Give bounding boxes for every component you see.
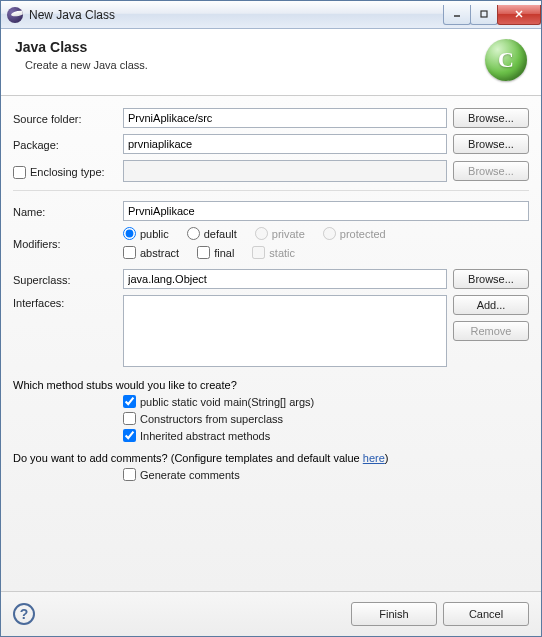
- modifier-final-checkbox[interactable]: final: [197, 246, 234, 259]
- window-title: New Java Class: [29, 8, 444, 22]
- class-icon: C: [485, 39, 527, 81]
- interfaces-label: Interfaces:: [13, 295, 123, 309]
- modifier-private-radio: private: [255, 227, 305, 240]
- modifiers-label: Modifiers:: [13, 236, 123, 250]
- dialog-footer: ? Finish Cancel: [1, 591, 541, 636]
- help-icon[interactable]: ?: [13, 603, 35, 625]
- close-button[interactable]: [497, 5, 541, 25]
- source-folder-label: Source folder:: [13, 111, 123, 125]
- name-label: Name:: [13, 204, 123, 218]
- superclass-input[interactable]: [123, 269, 447, 289]
- stub-main-checkbox[interactable]: public static void main(String[] args): [123, 395, 529, 408]
- modifier-default-radio[interactable]: default: [187, 227, 237, 240]
- header-title: Java Class: [15, 39, 485, 55]
- package-browse-button[interactable]: Browse...: [453, 134, 529, 154]
- superclass-label: Superclass:: [13, 272, 123, 286]
- source-folder-input[interactable]: [123, 108, 447, 128]
- separator: [13, 190, 529, 191]
- enclosing-type-input: [123, 160, 447, 182]
- stub-constructors-checkbox[interactable]: Constructors from superclass: [123, 412, 529, 425]
- package-label: Package:: [13, 137, 123, 151]
- maximize-button[interactable]: [470, 5, 498, 25]
- eclipse-icon: [7, 7, 23, 23]
- titlebar: New Java Class: [1, 1, 541, 29]
- finish-button[interactable]: Finish: [351, 602, 437, 626]
- interfaces-remove-button: Remove: [453, 321, 529, 341]
- source-folder-browse-button[interactable]: Browse...: [453, 108, 529, 128]
- name-input[interactable]: [123, 201, 529, 221]
- modifier-public-radio[interactable]: public: [123, 227, 169, 240]
- package-input[interactable]: [123, 134, 447, 154]
- enclosing-type-checkbox[interactable]: Enclosing type:: [13, 166, 123, 179]
- modifier-abstract-checkbox[interactable]: abstract: [123, 246, 179, 259]
- dialog-header: Java Class Create a new Java class. C: [1, 29, 541, 96]
- method-stubs-question: Which method stubs would you like to cre…: [13, 379, 529, 391]
- generate-comments-checkbox[interactable]: Generate comments: [123, 468, 529, 481]
- stub-inherited-checkbox[interactable]: Inherited abstract methods: [123, 429, 529, 442]
- interfaces-list[interactable]: [123, 295, 447, 367]
- modifier-static-checkbox: static: [252, 246, 295, 259]
- interfaces-add-button[interactable]: Add...: [453, 295, 529, 315]
- header-subtitle: Create a new Java class.: [15, 59, 485, 71]
- enclosing-type-browse-button: Browse...: [453, 161, 529, 181]
- cancel-button[interactable]: Cancel: [443, 602, 529, 626]
- configure-templates-link[interactable]: here: [363, 452, 385, 464]
- minimize-button[interactable]: [443, 5, 471, 25]
- svg-rect-1: [481, 11, 487, 17]
- modifier-protected-radio: protected: [323, 227, 386, 240]
- comments-question: Do you want to add comments? (Configure …: [13, 452, 529, 464]
- superclass-browse-button[interactable]: Browse...: [453, 269, 529, 289]
